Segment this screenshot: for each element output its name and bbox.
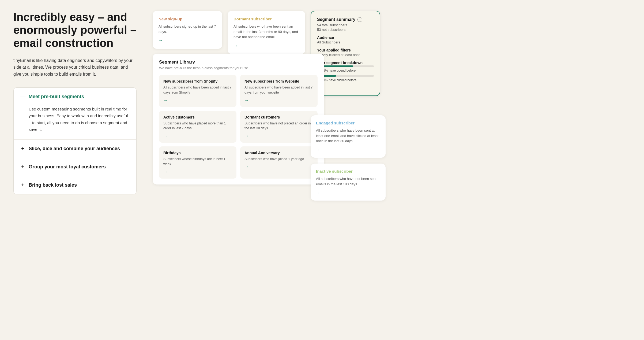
engaged-arrow[interactable]: → bbox=[316, 147, 320, 152]
dormant-top-arrow[interactable]: → bbox=[234, 43, 238, 48]
engaged-label: Engaged subscriber bbox=[316, 121, 380, 125]
seg-desc-shopify: All subscribers who have been added in l… bbox=[163, 85, 232, 95]
segment-item-dormant: Dormant customers Subscribers who have n… bbox=[240, 111, 318, 143]
segment-library-card: Segment Library We have pre-built the be… bbox=[153, 54, 324, 184]
accordion-header-audiences[interactable]: + Slice, dice and combine your audiences bbox=[14, 140, 136, 158]
seg-desc-birthdays: Subscribers whose birthdays are in next … bbox=[163, 157, 232, 167]
left-panel: Incredibly easy – and enormously powerfu… bbox=[13, 11, 137, 194]
info-icon[interactable]: i bbox=[357, 17, 362, 22]
seg-arrow-dormant[interactable]: → bbox=[244, 134, 249, 138]
segment-net: 53 net subscribers bbox=[317, 28, 374, 32]
segment-breakdown-label: Your segment breakdown bbox=[317, 61, 374, 65]
seg-title-shopify: New subscribers from Shopify bbox=[163, 79, 232, 83]
inactive-arrow[interactable]: → bbox=[316, 190, 320, 195]
seg-desc-anniversary: Subscribers who have joined 1 year ago bbox=[244, 157, 313, 162]
segment-audience-label: Audience bbox=[317, 35, 374, 40]
right-panel: New sign-up All subscribers signed up in… bbox=[153, 11, 631, 198]
seg-title-website: New subscribers from Website bbox=[244, 79, 313, 83]
accordion-label-loyal: Group your most loyal customers bbox=[29, 164, 106, 170]
seg-arrow-anniversary[interactable]: → bbox=[244, 164, 249, 169]
seg-title-anniversary: Annual Anniversary bbox=[244, 151, 313, 155]
segment-item-website: New subscribers from Website All subscri… bbox=[240, 75, 318, 107]
accordion: — Meet pre-built segments Use custom mes… bbox=[13, 87, 137, 194]
seg-desc-active: Subscribers who have placed more than 1 … bbox=[163, 121, 232, 131]
seg-arrow-website[interactable]: → bbox=[244, 98, 249, 103]
segment-summary-title: Segment summary bbox=[317, 17, 355, 22]
segment-item-active: Active customers Subscribers who have pl… bbox=[159, 111, 236, 143]
progress-bar-2 bbox=[317, 75, 374, 77]
accordion-label-segments: Meet pre-built segments bbox=[29, 94, 84, 99]
accordion-header-loyal[interactable]: + Group your most loyal customers bbox=[14, 158, 136, 176]
dormant-top-desc: All subscribers who have been sent an em… bbox=[234, 24, 299, 40]
sub-text: tinyEmail is like having data engineers … bbox=[13, 57, 137, 78]
segment-filters-value: Activity clicked at least once bbox=[317, 53, 374, 57]
new-signup-desc: All subscribers signed up in the last 7 … bbox=[159, 24, 216, 34]
plus-icon-audiences: + bbox=[20, 146, 25, 152]
accordion-body-segments: Use custom messaging segments built in r… bbox=[14, 106, 136, 139]
plus-icon-sales: + bbox=[20, 182, 25, 188]
accordion-item-loyal: + Group your most loyal customers bbox=[14, 158, 136, 176]
seg-desc-dormant: Subscribers who have not placed an order… bbox=[244, 121, 313, 131]
engaged-card: Engaged subscriber All subscribers who h… bbox=[311, 115, 386, 158]
segment-item-anniversary: Annual Anniversary Subscribers who have … bbox=[240, 146, 318, 179]
seg-desc-website: All subscribers who have been added in l… bbox=[244, 85, 313, 95]
plus-icon-loyal: + bbox=[20, 164, 25, 170]
inactive-card: Inactive subscriber All subscribers who … bbox=[311, 164, 386, 201]
accordion-item-sales: + Bring back lost sales bbox=[14, 176, 136, 194]
segment-item-shopify: New subscribers from Shopify All subscri… bbox=[159, 75, 236, 107]
accordion-header-sales[interactable]: + Bring back lost sales bbox=[14, 176, 136, 194]
accordion-label-audiences: Slice, dice and combine your audiences bbox=[29, 146, 120, 151]
seg-arrow-active[interactable]: → bbox=[163, 134, 168, 138]
seg-title-dormant: Dormant customers bbox=[244, 115, 313, 119]
segment-library-title: Segment Library bbox=[159, 60, 318, 65]
progress-label-2: 33.33% have clicked before bbox=[317, 78, 374, 82]
segment-item-birthdays: Birthdays Subscribers whose birthdays ar… bbox=[159, 146, 236, 179]
inactive-label: Inactive subscriber bbox=[316, 169, 380, 173]
accordion-header-segments[interactable]: — Meet pre-built segments bbox=[14, 88, 136, 106]
dormant-top-card: Dormant subscriber All subscribers who h… bbox=[228, 11, 305, 54]
segment-summary-title-container: Segment summary i bbox=[317, 17, 374, 22]
new-signup-card: New sign-up All subscribers signed up in… bbox=[153, 11, 222, 49]
seg-title-birthdays: Birthdays bbox=[163, 151, 232, 155]
new-signup-arrow[interactable]: → bbox=[159, 38, 163, 43]
accordion-item-audiences: + Slice, dice and combine your audiences bbox=[14, 140, 136, 158]
segment-total: 54 total subscribers bbox=[317, 23, 374, 27]
main-heading: Incredibly easy – and enormously powerfu… bbox=[13, 11, 137, 50]
engaged-desc: All subscribers who have been sent at le… bbox=[316, 128, 380, 144]
segment-audience-value: All Subscribers bbox=[317, 40, 374, 44]
new-signup-label: New sign-up bbox=[159, 17, 216, 21]
segment-grid: New subscribers from Shopify All subscri… bbox=[159, 75, 318, 179]
segment-filters-label: Your applied filters bbox=[317, 48, 374, 52]
accordion-label-sales: Bring back lost sales bbox=[29, 182, 77, 188]
seg-title-active: Active customers bbox=[163, 115, 232, 119]
inactive-desc: All subscribers who have not been sent e… bbox=[316, 176, 380, 187]
dormant-top-label: Dormant subscriber bbox=[234, 17, 299, 21]
segment-library-subtitle: We have pre-built the best-in-class segm… bbox=[159, 66, 318, 70]
seg-arrow-shopify[interactable]: → bbox=[163, 98, 168, 103]
seg-arrow-birthdays[interactable]: → bbox=[163, 169, 168, 174]
progress-bar-1 bbox=[317, 65, 374, 67]
progress-label-1: 63.85% have opend before bbox=[317, 69, 374, 72]
accordion-item-segments: — Meet pre-built segments Use custom mes… bbox=[14, 88, 136, 140]
minus-icon: — bbox=[20, 94, 25, 100]
